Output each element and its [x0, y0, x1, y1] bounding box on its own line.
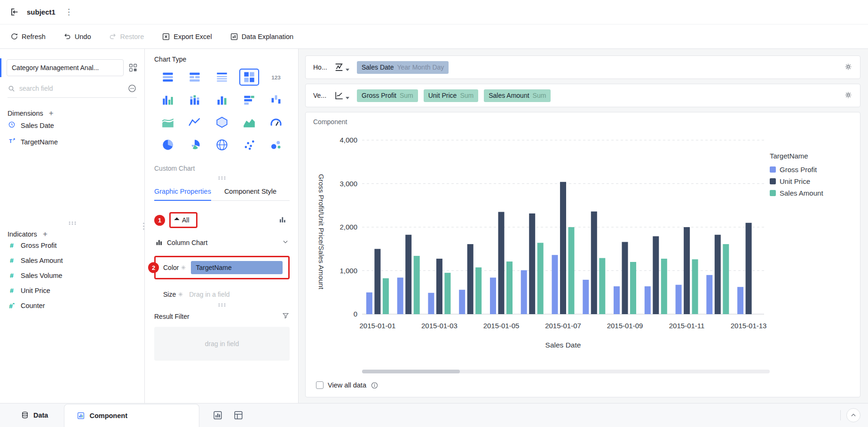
scrollbar-thumb[interactable]: [362, 370, 460, 373]
unit-price-pill[interactable]: Unit Price Sum: [424, 89, 478, 102]
chart-kind-select[interactable]: Column Chart: [154, 236, 290, 249]
stacked-bar-chart-type-icon[interactable]: [185, 91, 205, 108]
pie-chart-type-icon[interactable]: [158, 136, 178, 153]
collapse-panel-button[interactable]: [846, 408, 860, 422]
chart-horizontal-scrollbar[interactable]: [362, 370, 770, 373]
gauge-chart-type-icon[interactable]: [266, 114, 286, 131]
color-label: Color: [163, 264, 186, 271]
line-chart-type-icon[interactable]: [185, 114, 205, 131]
canvas-area: Ho... Sales Date Year Month Day Ve...: [299, 49, 868, 403]
result-filter-drop-zone[interactable]: drag in field: [154, 327, 290, 361]
all-section-row: 1 All: [154, 212, 290, 228]
sales-date-pill[interactable]: Sales Date Year Month Day: [357, 61, 449, 74]
add-dimension-button[interactable]: +: [49, 109, 54, 117]
field-sales-amount[interactable]: # Sales Amount: [0, 253, 144, 268]
funnel-icon[interactable]: [282, 312, 290, 321]
radar-chart-type-icon[interactable]: [212, 114, 232, 131]
horizontal-axis-icon[interactable]: [334, 62, 349, 72]
page-title: subject1: [27, 8, 55, 16]
bottom-bar-icons: [213, 403, 244, 427]
collapse-caret-icon[interactable]: [174, 217, 179, 222]
svg-text:3,000: 3,000: [339, 180, 357, 188]
detail-table-chart-type-icon[interactable]: [212, 69, 232, 86]
add-chart-icon[interactable]: [213, 410, 223, 420]
grouped-bar-chart-type-icon[interactable]: [158, 91, 178, 108]
field-gross-profit[interactable]: # Gross Profit: [0, 238, 144, 253]
drag-handle-icon[interactable]: [154, 176, 290, 180]
add-indicator-button[interactable]: +: [43, 230, 47, 238]
info-table-chart-type-icon[interactable]: [185, 69, 205, 86]
vertical-axis-label: Ve...: [313, 92, 330, 99]
range-bar-chart-type-icon[interactable]: [266, 91, 286, 108]
legend-item-unit-price[interactable]: Unit Price: [770, 177, 850, 185]
indicator-card-chart-type-icon[interactable]: 123: [266, 69, 286, 86]
view-all-data-checkbox[interactable]: [316, 381, 324, 389]
axis-settings-icon[interactable]: [844, 91, 852, 101]
size-property-row: Size Drag in a field: [154, 288, 290, 301]
restore-button[interactable]: Restore: [109, 32, 144, 40]
sidebar-splitter-handle[interactable]: [0, 221, 144, 225]
dataset-selector[interactable]: Category Management Anal...: [7, 59, 124, 76]
annotation-1-box: All: [169, 212, 197, 228]
view-all-data-row: View all data: [313, 378, 852, 393]
chevron-down-icon: [282, 238, 289, 246]
chart-type-label: Chart Type: [154, 55, 290, 63]
summary-table-chart-type-icon[interactable]: [158, 69, 178, 86]
annotation-2-box: Color TargetName: [154, 256, 290, 279]
export-excel-button[interactable]: Export Excel: [162, 32, 212, 41]
vertical-axis-row: Ve... Gross Profit Sum Unit Price Sum: [305, 84, 860, 107]
area-chart-type-icon[interactable]: [239, 114, 259, 131]
legend-item-gross-profit[interactable]: Gross Profit: [770, 166, 850, 174]
column-chart[interactable]: 01,0002,0003,0004,0002015-01-012015-01-0…: [325, 128, 770, 354]
size-label: Size: [163, 291, 183, 298]
tab-data[interactable]: Data: [0, 403, 64, 427]
legend-swatch: [770, 178, 776, 184]
mini-column-chart-icon[interactable]: [278, 215, 287, 225]
search-field-input[interactable]: [19, 85, 124, 92]
scatter-chart-type-icon[interactable]: [239, 136, 259, 153]
size-drop-target[interactable]: Drag in a field: [189, 291, 229, 298]
field-targetname[interactable]: T TargetName: [0, 134, 144, 150]
quadrant-chart-type-icon[interactable]: [239, 69, 259, 86]
gross-profit-pill[interactable]: Gross Profit Sum: [357, 89, 418, 102]
refresh-button[interactable]: Refresh: [10, 32, 46, 40]
gear-icon[interactable]: [181, 265, 186, 270]
switch-dataset-icon[interactable]: [128, 63, 138, 72]
tab-graphic-properties[interactable]: Graphic Properties: [154, 188, 211, 201]
sales-amount-pill[interactable]: Sales Amount Sum: [484, 89, 551, 102]
exit-icon[interactable]: [9, 7, 19, 17]
stacked-horizontal-bar-chart-type-icon[interactable]: [239, 91, 259, 108]
vertical-axis-icon[interactable]: [334, 90, 349, 101]
stream-area-chart-type-icon[interactable]: [158, 114, 178, 131]
bubble-chart-type-icon[interactable]: [266, 136, 286, 153]
field-counter[interactable]: #* Counter: [0, 298, 144, 314]
legend-item-sales-amount[interactable]: Sales Amount: [770, 189, 850, 197]
drag-handle-icon[interactable]: [154, 303, 290, 307]
more-options-icon[interactable]: ⋮: [63, 7, 75, 17]
info-icon[interactable]: [371, 381, 379, 389]
field-sales-date[interactable]: Sales Date: [0, 117, 144, 134]
gear-icon[interactable]: [178, 292, 183, 297]
horizontal-axis-row: Ho... Sales Date Year Month Day: [305, 55, 860, 79]
tab-component-style[interactable]: Component Style: [224, 188, 276, 200]
field-sales-volume[interactable]: # Sales Volume: [0, 268, 144, 283]
y-axis-title: Gross Profit/Unit Price/Sales Amount: [313, 128, 325, 368]
custom-chart-label[interactable]: Custom Chart: [154, 165, 290, 172]
field-options-icon[interactable]: [127, 84, 137, 93]
tab-component[interactable]: Component: [64, 404, 199, 427]
annotation-2-badge: 2: [148, 262, 159, 273]
color-field-pill[interactable]: TargetName: [191, 261, 283, 274]
all-toggle[interactable]: All: [182, 216, 189, 224]
rose-pie-chart-type-icon[interactable]: [185, 136, 205, 153]
axis-settings-icon[interactable]: [844, 63, 852, 72]
annotation-1-badge: 1: [154, 215, 165, 226]
dropdown-caret-icon: [346, 97, 349, 99]
field-unit-price[interactable]: # Unit Price: [0, 283, 144, 298]
map-chart-type-icon[interactable]: [212, 136, 232, 153]
database-icon: [21, 411, 29, 419]
add-table-icon[interactable]: [233, 410, 244, 420]
bar-chart-type-icon[interactable]: [212, 91, 232, 108]
data-explanation-button[interactable]: Data Explanation: [230, 32, 293, 41]
undo-button[interactable]: Undo: [63, 32, 91, 40]
refresh-icon: [10, 32, 18, 40]
